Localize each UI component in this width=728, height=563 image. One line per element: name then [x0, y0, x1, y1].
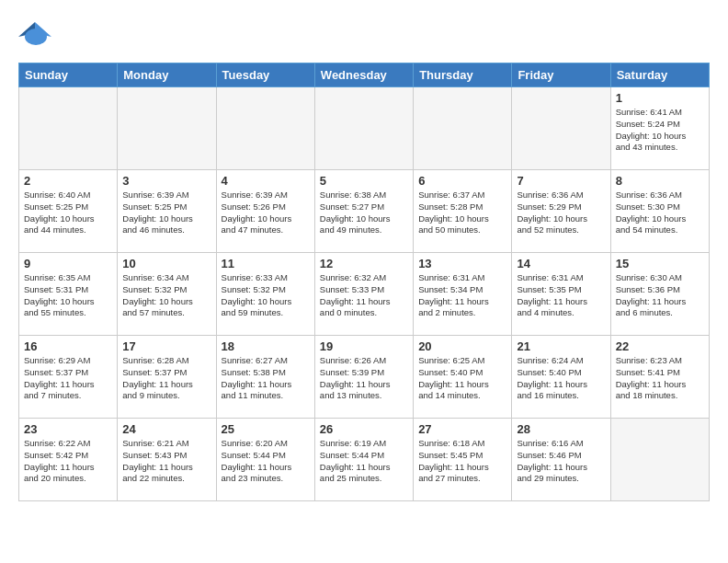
day-number: 3 — [122, 174, 210, 188]
day-number: 10 — [122, 257, 210, 270]
day-info: Sunrise: 6:23 AMSunset: 5:41 PMDaylight:… — [616, 355, 704, 402]
logo-icon-container — [18, 17, 53, 55]
day-info: Sunrise: 6:32 AMSunset: 5:33 PMDaylight:… — [320, 272, 408, 319]
day-cell: 15Sunrise: 6:30 AMSunset: 5:36 PMDayligh… — [610, 253, 709, 336]
day-number: 14 — [517, 257, 605, 270]
week-row-2: 2Sunrise: 6:40 AMSunset: 5:25 PMDaylight… — [19, 170, 710, 253]
day-cell: 17Sunrise: 6:28 AMSunset: 5:37 PMDayligh… — [118, 336, 216, 419]
day-header-wednesday: Wednesday — [314, 63, 413, 87]
day-number: 13 — [418, 257, 506, 270]
day-cell: 14Sunrise: 6:31 AMSunset: 5:35 PMDayligh… — [512, 253, 610, 336]
day-cell: 27Sunrise: 6:18 AMSunset: 5:45 PMDayligh… — [414, 419, 512, 501]
day-info: Sunrise: 6:40 AMSunset: 5:25 PMDaylight:… — [24, 190, 112, 236]
week-row-1: 1Sunrise: 6:41 AMSunset: 5:24 PMDaylight… — [19, 87, 710, 170]
day-header-friday: Friday — [512, 63, 610, 87]
day-number: 23 — [24, 422, 112, 436]
day-cell — [610, 419, 709, 501]
day-number: 21 — [517, 339, 605, 353]
day-cell: 20Sunrise: 6:25 AMSunset: 5:40 PMDayligh… — [414, 336, 512, 419]
day-info: Sunrise: 6:27 AMSunset: 5:38 PMDaylight:… — [222, 355, 310, 402]
day-info: Sunrise: 6:26 AMSunset: 5:39 PMDaylight:… — [320, 355, 408, 402]
day-info: Sunrise: 6:30 AMSunset: 5:36 PMDaylight:… — [616, 272, 704, 319]
day-info: Sunrise: 6:39 AMSunset: 5:25 PMDaylight:… — [122, 190, 210, 236]
day-number: 26 — [320, 422, 408, 436]
day-number: 7 — [517, 174, 605, 188]
day-cell: 9Sunrise: 6:35 AMSunset: 5:31 PMDaylight… — [19, 253, 118, 336]
day-cell: 11Sunrise: 6:33 AMSunset: 5:32 PMDayligh… — [216, 253, 314, 336]
day-number: 8 — [616, 174, 704, 188]
day-cell — [414, 87, 512, 170]
day-cell: 23Sunrise: 6:22 AMSunset: 5:42 PMDayligh… — [19, 419, 118, 501]
day-number: 18 — [222, 339, 310, 353]
day-number: 16 — [24, 339, 112, 353]
day-cell: 25Sunrise: 6:20 AMSunset: 5:44 PMDayligh… — [216, 419, 314, 501]
day-info: Sunrise: 6:18 AMSunset: 5:45 PMDaylight:… — [418, 438, 506, 485]
day-cell — [19, 87, 118, 170]
day-cell: 13Sunrise: 6:31 AMSunset: 5:34 PMDayligh… — [414, 253, 512, 336]
day-info: Sunrise: 6:31 AMSunset: 5:34 PMDaylight:… — [418, 272, 506, 319]
day-cell: 26Sunrise: 6:19 AMSunset: 5:44 PMDayligh… — [314, 419, 413, 501]
day-info: Sunrise: 6:38 AMSunset: 5:27 PMDaylight:… — [320, 190, 408, 236]
day-cell: 21Sunrise: 6:24 AMSunset: 5:40 PMDayligh… — [512, 336, 610, 419]
day-cell — [314, 87, 413, 170]
day-cell: 24Sunrise: 6:21 AMSunset: 5:43 PMDayligh… — [118, 419, 216, 501]
day-info: Sunrise: 6:25 AMSunset: 5:40 PMDaylight:… — [418, 355, 506, 402]
week-row-5: 23Sunrise: 6:22 AMSunset: 5:42 PMDayligh… — [19, 419, 710, 501]
day-info: Sunrise: 6:34 AMSunset: 5:32 PMDaylight:… — [122, 272, 210, 319]
day-info: Sunrise: 6:20 AMSunset: 5:44 PMDaylight:… — [222, 438, 310, 485]
day-number: 5 — [320, 174, 408, 188]
day-number: 4 — [222, 174, 310, 188]
day-header-monday: Monday — [118, 63, 216, 87]
day-cell — [216, 87, 314, 170]
day-number: 27 — [418, 422, 506, 436]
day-info: Sunrise: 6:21 AMSunset: 5:43 PMDaylight:… — [122, 438, 210, 485]
day-cell: 8Sunrise: 6:36 AMSunset: 5:30 PMDaylight… — [610, 170, 709, 253]
day-cell: 28Sunrise: 6:16 AMSunset: 5:46 PMDayligh… — [512, 419, 610, 501]
day-info: Sunrise: 6:16 AMSunset: 5:46 PMDaylight:… — [517, 438, 605, 485]
day-number: 25 — [222, 422, 310, 436]
day-info: Sunrise: 6:22 AMSunset: 5:42 PMDaylight:… — [24, 438, 112, 485]
day-cell: 2Sunrise: 6:40 AMSunset: 5:25 PMDaylight… — [19, 170, 118, 253]
calendar-table: SundayMondayTuesdayWednesdayThursdayFrid… — [18, 63, 710, 501]
day-cell: 16Sunrise: 6:29 AMSunset: 5:37 PMDayligh… — [19, 336, 118, 419]
day-number: 12 — [320, 257, 408, 270]
day-header-tuesday: Tuesday — [216, 63, 314, 87]
day-cell: 18Sunrise: 6:27 AMSunset: 5:38 PMDayligh… — [216, 336, 314, 419]
day-info: Sunrise: 6:29 AMSunset: 5:37 PMDaylight:… — [24, 355, 112, 402]
day-cell: 22Sunrise: 6:23 AMSunset: 5:41 PMDayligh… — [610, 336, 709, 419]
logo — [18, 17, 59, 55]
day-number: 19 — [320, 339, 408, 353]
calendar-header: SundayMondayTuesdayWednesdayThursdayFrid… — [19, 63, 710, 87]
day-number: 6 — [418, 174, 506, 188]
day-number: 11 — [222, 257, 310, 270]
day-cell — [512, 87, 610, 170]
day-info: Sunrise: 6:35 AMSunset: 5:31 PMDaylight:… — [24, 272, 112, 319]
day-cell: 5Sunrise: 6:38 AMSunset: 5:27 PMDaylight… — [314, 170, 413, 253]
day-info: Sunrise: 6:31 AMSunset: 5:35 PMDaylight:… — [517, 272, 605, 319]
day-cell: 1Sunrise: 6:41 AMSunset: 5:24 PMDaylight… — [610, 87, 709, 170]
day-cell: 3Sunrise: 6:39 AMSunset: 5:25 PMDaylight… — [118, 170, 216, 253]
week-row-4: 16Sunrise: 6:29 AMSunset: 5:37 PMDayligh… — [19, 336, 710, 419]
logo-bird-icon — [18, 17, 53, 52]
day-cell: 4Sunrise: 6:39 AMSunset: 5:26 PMDaylight… — [216, 170, 314, 253]
calendar-body: 1Sunrise: 6:41 AMSunset: 5:24 PMDaylight… — [19, 87, 710, 501]
day-info: Sunrise: 6:36 AMSunset: 5:29 PMDaylight:… — [517, 190, 605, 236]
day-number: 28 — [517, 422, 605, 436]
day-number: 24 — [122, 422, 210, 436]
day-number: 17 — [122, 339, 210, 353]
day-cell: 6Sunrise: 6:37 AMSunset: 5:28 PMDaylight… — [414, 170, 512, 253]
day-number: 22 — [616, 339, 704, 353]
week-row-3: 9Sunrise: 6:35 AMSunset: 5:31 PMDaylight… — [19, 253, 710, 336]
day-info: Sunrise: 6:39 AMSunset: 5:26 PMDaylight:… — [222, 190, 310, 236]
day-info: Sunrise: 6:19 AMSunset: 5:44 PMDaylight:… — [320, 438, 408, 485]
day-cell: 10Sunrise: 6:34 AMSunset: 5:32 PMDayligh… — [118, 253, 216, 336]
page: SundayMondayTuesdayWednesdayThursdayFrid… — [0, 0, 728, 563]
day-info: Sunrise: 6:28 AMSunset: 5:37 PMDaylight:… — [122, 355, 210, 402]
day-cell: 12Sunrise: 6:32 AMSunset: 5:33 PMDayligh… — [314, 253, 413, 336]
day-header-saturday: Saturday — [610, 63, 709, 87]
day-cell: 7Sunrise: 6:36 AMSunset: 5:29 PMDaylight… — [512, 170, 610, 253]
day-number: 1 — [616, 91, 704, 105]
day-info: Sunrise: 6:41 AMSunset: 5:24 PMDaylight:… — [616, 107, 704, 154]
day-number: 15 — [616, 257, 704, 270]
svg-point-2 — [25, 29, 47, 45]
